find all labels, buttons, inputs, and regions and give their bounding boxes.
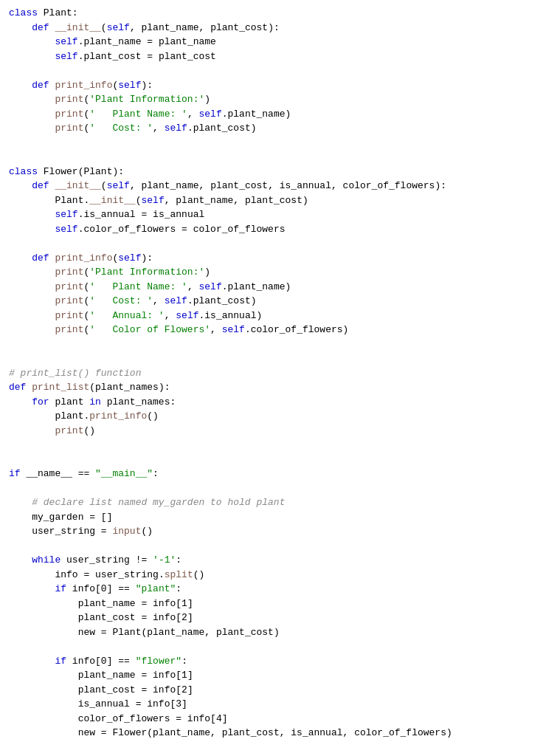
code-line-51: new = Flower(plant_name, plant_cost, is_… <box>0 726 543 740</box>
code-line-30: print() <box>0 424 543 439</box>
code-line-14: Plant.__init__(self, plant_name, plant_c… <box>0 193 543 208</box>
code-line-32 <box>0 453 543 467</box>
code-line-35: # declare list named my_garden to hold p… <box>0 495 543 510</box>
code-line-23: print(' Color of Flowers', self.color_of… <box>0 323 543 337</box>
code-line-6: def print_info(self): <box>0 78 543 93</box>
code-line-18: def print_info(self): <box>0 251 543 266</box>
code-line-9: print(' Cost: ', self.plant_cost) <box>0 121 543 136</box>
code-line-10 <box>0 136 543 151</box>
code-line-8: print(' Plant Name: ', self.plant_name) <box>0 107 543 122</box>
code-line-2: def __init__(self, plant_name, plant_cos… <box>0 21 543 35</box>
code-line-21: print(' Cost: ', self.plant_cost) <box>0 294 543 309</box>
code-line-25 <box>0 351 543 366</box>
code-line-29: plant.print_info() <box>0 409 543 424</box>
code-line-40: info = user_string.split() <box>0 568 543 583</box>
code-line-3: self.plant_name = plant_name <box>0 35 543 49</box>
code-line-52 <box>0 740 543 755</box>
code-line-7: print('Plant Information:') <box>0 92 543 107</box>
code-line-13: def __init__(self, plant_name, plant_cos… <box>0 179 543 193</box>
code-line-44: new = Plant(plant_name, plant_cost) <box>0 625 543 640</box>
keyword-class: class <box>9 6 44 21</box>
code-line-33: if __name__ == "__main__": <box>0 467 543 481</box>
code-line-49: is_annual = info[3] <box>0 697 543 712</box>
code-line-47: plant_name = info[1] <box>0 668 543 683</box>
code-editor: class Plant: def __init__(self, plant_na… <box>0 0 543 756</box>
code-line-50: color_of_flowers = info[4] <box>0 712 543 726</box>
code-line-48: plant_cost = info[2] <box>0 683 543 698</box>
code-line-15: self.is_annual = is_annual <box>0 207 543 222</box>
code-line-22: print(' Annual: ', self.is_annual) <box>0 309 543 323</box>
code-line-43: plant_cost = info[2] <box>0 611 543 625</box>
code-line-17 <box>0 236 543 251</box>
code-line-11 <box>0 150 543 165</box>
code-line-5 <box>0 63 543 78</box>
code-line-38 <box>0 539 543 554</box>
code-line-19: print('Plant Information:') <box>0 265 543 280</box>
code-line-24 <box>0 337 543 352</box>
code-line-27: def print_list(plant_names): <box>0 380 543 395</box>
code-line-41: if info[0] == "plant": <box>0 582 543 597</box>
code-line-39: while user_string != '-1': <box>0 553 543 568</box>
code-line-46: if info[0] == "flower": <box>0 654 543 669</box>
code-line-45 <box>0 639 543 654</box>
code-line-20: print(' Plant Name: ', self.plant_name) <box>0 280 543 295</box>
code-line-1: class Plant: <box>0 6 543 21</box>
code-line-37: user_string = input() <box>0 524 543 539</box>
code-line-12: class Flower(Plant): <box>0 165 543 179</box>
code-line-42: plant_name = info[1] <box>0 597 543 611</box>
code-line-26: # print_list() function <box>0 366 543 381</box>
code-line-31 <box>0 438 543 453</box>
code-line-36: my_garden = [] <box>0 510 543 525</box>
code-line-4: self.plant_cost = plant_cost <box>0 49 543 64</box>
code-line-28: for plant in plant_names: <box>0 395 543 410</box>
code-line-16: self.color_of_flowers = color_of_flowers <box>0 222 543 237</box>
code-line-34 <box>0 481 543 496</box>
